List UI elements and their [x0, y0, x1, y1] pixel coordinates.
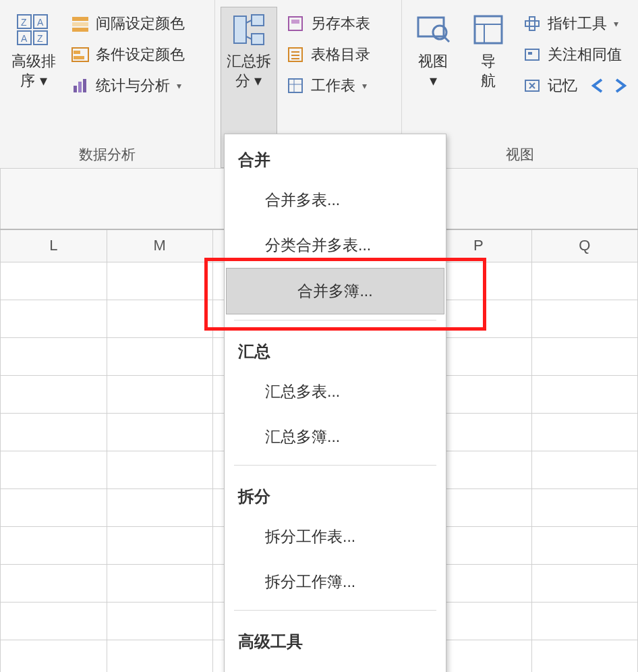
advanced-sort-label: 高级排 序 ▾ [11, 52, 56, 90]
chart-icon [70, 76, 90, 96]
summarize-split-menu: 合并 合并多表... 分类合并多表... 合并多簿... 汇总 汇总多表... … [224, 134, 446, 672]
menu-section-split: 拆分 [225, 471, 446, 514]
menu-section-advanced: 高级工具 [225, 616, 446, 659]
svg-rect-14 [74, 86, 77, 92]
menu-item-summary-workbooks[interactable]: 汇总多簿... [225, 414, 446, 459]
menu-section-merge: 合并 [225, 134, 446, 177]
save-sheet-icon [285, 13, 306, 34]
conditional-icon [70, 45, 90, 65]
toc-icon [285, 45, 306, 65]
menu-item-summary-master[interactable]: 汇总大师(WPS版)... [225, 659, 446, 672]
svg-rect-8 [72, 17, 88, 21]
ribbon-group-data-analysis: ZAAZ 高级排 序 ▾ 间隔设定颜色 条件设定颜色 统计与分析 ▾ [0, 0, 215, 168]
menu-item-merge-workbooks[interactable]: 合并多簿... [226, 268, 444, 314]
svg-rect-10 [72, 28, 88, 32]
svg-rect-17 [234, 16, 246, 43]
sort-icon: ZAAZ [14, 10, 53, 49]
svg-text:Z: Z [21, 17, 27, 28]
svg-rect-36 [525, 21, 539, 26]
interval-color-button[interactable]: 间隔设定颜色 [66, 11, 189, 36]
col-header[interactable]: Q [531, 229, 638, 262]
focus-same-value-button[interactable]: 关注相同值 [518, 42, 633, 67]
svg-rect-19 [252, 34, 264, 45]
col-header[interactable]: L [1, 229, 107, 262]
menu-item-split-workbook[interactable]: 拆分工作簿... [225, 559, 446, 605]
chevron-down-icon: ▾ [614, 18, 618, 29]
chevron-down-icon: ▾ [177, 80, 181, 91]
col-header[interactable]: M [107, 229, 213, 262]
pointer-icon [522, 13, 542, 34]
menu-item-merge-sheets[interactable]: 合并多表... [225, 177, 446, 223]
svg-rect-9 [72, 22, 88, 26]
grid-color-icon [70, 13, 90, 34]
nav-icon [469, 10, 508, 49]
svg-rect-35 [529, 17, 535, 30]
menu-section-summary: 汇总 [225, 326, 446, 369]
nav-label: 导 航 [481, 52, 496, 90]
memory-button[interactable]: 记忆 [518, 73, 633, 99]
focus-icon [522, 45, 542, 65]
stats-analysis-button[interactable]: 统计与分析 ▾ [66, 73, 189, 99]
worksheet-button[interactable]: 工作表 ▾ [281, 73, 374, 99]
svg-rect-21 [291, 20, 299, 24]
arrow-left-icon[interactable] [589, 77, 607, 94]
svg-line-31 [444, 37, 449, 42]
svg-text:Z: Z [37, 33, 43, 44]
svg-rect-29 [418, 18, 444, 36]
view-icon [413, 10, 453, 49]
arrow-right-icon[interactable] [611, 77, 629, 94]
menu-item-summary-sheets[interactable]: 汇总多表... [225, 369, 446, 414]
merge-split-icon [229, 10, 268, 49]
svg-rect-38 [528, 52, 532, 55]
svg-rect-26 [289, 79, 302, 92]
menu-item-split-sheet[interactable]: 拆分工作表... [225, 514, 446, 559]
pointer-tool-button[interactable]: 指针工具 ▾ [518, 11, 633, 36]
menu-separator [234, 320, 436, 320]
summarize-split-label: 汇总拆 分 ▾ [227, 52, 271, 90]
svg-rect-13 [74, 56, 84, 59]
menu-separator [234, 465, 436, 466]
svg-rect-12 [74, 51, 80, 54]
nav-arrows[interactable] [589, 77, 629, 94]
menu-separator [234, 610, 436, 611]
svg-rect-18 [252, 15, 264, 26]
menu-item-classify-merge[interactable]: 分类合并多表... [225, 223, 446, 268]
table-toc-button[interactable]: 表格目录 [281, 42, 374, 67]
memory-icon [522, 76, 542, 96]
conditional-color-button[interactable]: 条件设定颜色 [66, 42, 189, 67]
group-label-analysis: 数据分析 [0, 140, 214, 168]
save-as-sheet-button[interactable]: 另存本表 [281, 11, 374, 36]
svg-rect-16 [83, 79, 86, 92]
chevron-down-icon: ▾ [362, 80, 367, 91]
worksheet-icon [285, 76, 306, 96]
svg-text:A: A [37, 17, 44, 28]
svg-rect-15 [78, 82, 82, 92]
svg-rect-32 [475, 16, 502, 43]
view-label: 视图 ▾ [418, 52, 448, 90]
svg-text:A: A [21, 33, 28, 44]
